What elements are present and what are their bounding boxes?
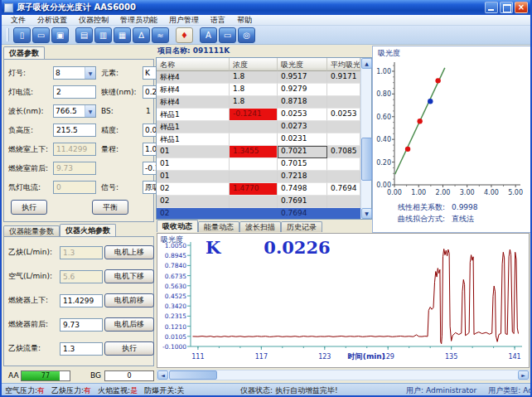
dynamics-horizontal-scrollbar[interactable]: ◄ ► — [157, 370, 530, 380]
acetylene-setting-field[interactable]: 1.3 — [60, 342, 103, 356]
toolbar: ▯▭▣▤▥▦∆≈♦A▭◎ — [2, 26, 530, 45]
dynamics-chart: 吸光度 K 0.0226 1.00500.89450.78400.67350.5… — [157, 233, 530, 368]
app-icon — [4, 3, 13, 12]
right-area: 项目名称: 091111K 名称浓度吸光度平均吸光度标样41.80.95170.… — [155, 46, 530, 383]
cell-name: 标样4 — [157, 84, 230, 96]
results-table: 名称浓度吸光度平均吸光度标样41.80.95170.9171标样41.80.92… — [156, 57, 372, 220]
aa-label: AA — [8, 371, 21, 380]
ignite-flame-button[interactable]: ♦ — [176, 27, 193, 43]
wavelength-peak-button[interactable]: ∆ — [133, 27, 150, 43]
cell-concentration — [230, 133, 278, 146]
svg-text:0.00: 0.00 — [376, 182, 391, 189]
tab-flame-1[interactable]: 仪器火焰参数 — [60, 224, 116, 236]
table-row[interactable]: 样品10.0273 — [157, 121, 360, 133]
project-title: 项目名称: 091111K — [155, 46, 372, 57]
motor-down-button[interactable]: 电机下移 — [104, 269, 154, 283]
signal-mode-label: 信号: — [99, 182, 143, 193]
tab-dynamics-3[interactable]: 历史记录 — [281, 221, 322, 232]
status-flag-3: 防爆开关:关 — [144, 385, 184, 396]
range-label: 量程: — [99, 144, 143, 155]
close-icon[interactable]: × — [515, 2, 528, 13]
hollow-lamp-button[interactable]: A — [200, 27, 217, 43]
tab-dynamics-1[interactable]: 能量动态 — [198, 221, 239, 232]
menu-item-3[interactable]: 管理员功能 — [114, 15, 163, 25]
table-row[interactable]: 020.7691 — [157, 196, 360, 208]
cell-absorbance: 0.7691 — [278, 196, 327, 208]
menu-bar: 文件分析设置仪器控制管理员功能用户管理语言帮助 — [2, 15, 530, 26]
menu-item-0[interactable]: 文件 — [5, 15, 31, 25]
open-file-button[interactable]: ▭ — [32, 27, 50, 43]
burner-frontback-field[interactable]: 9.73 — [60, 318, 103, 332]
save-button[interactable]: ▣ — [51, 27, 69, 43]
lamp-current-field[interactable]: 2 — [53, 85, 96, 99]
lamp-number-select[interactable]: 8▼ — [53, 66, 96, 80]
maximize-icon[interactable] — [500, 2, 513, 13]
tab-dynamics-0[interactable]: 吸收动态 — [157, 220, 198, 232]
cell-absorbance: 0.8718 — [278, 96, 327, 109]
burner-position-button[interactable]: ≈ — [152, 27, 169, 43]
burner-updown-field[interactable]: 11.4299 — [60, 294, 103, 307]
user-info: 用户: Administrator — [406, 385, 476, 396]
toolbar-grip[interactable] — [7, 28, 9, 41]
table-row[interactable]: 021.47700.74980.7694 — [157, 183, 360, 196]
scroll-left-icon[interactable]: ◄ — [157, 370, 168, 380]
table-row[interactable]: 010.7015 — [157, 158, 360, 171]
cell-avg-absorbance — [327, 171, 360, 183]
motor-forward-button[interactable]: 电机前移 — [104, 293, 154, 307]
tab-flame-0[interactable]: 仪器能量参数 — [3, 225, 60, 236]
svg-text:0.60: 0.60 — [376, 114, 391, 121]
scroll-up-icon[interactable]: ▲ — [361, 58, 372, 69]
table-vertical-scrollbar[interactable]: ▲ ▼ — [360, 58, 371, 219]
cell-absorbance: 0.0273 — [278, 121, 327, 133]
table-row[interactable]: 标样41.80.8718 — [157, 96, 360, 109]
acetylene-flow-label: 乙炔(L/min): — [7, 247, 60, 258]
menu-item-5[interactable]: 语言 — [205, 15, 231, 25]
negative-high-voltage-field[interactable]: 215.5 — [53, 123, 96, 137]
chevron-down-icon[interactable]: ▼ — [85, 67, 95, 79]
autosampler-button[interactable]: ▭ — [219, 27, 236, 43]
power-off-button[interactable]: ◎ — [238, 27, 255, 43]
tab-instrument-params[interactable]: 仪器参数 — [3, 46, 45, 59]
motor-back-button[interactable]: 电机后移 — [104, 317, 154, 332]
column-header-0[interactable]: 名称 — [157, 58, 230, 71]
svg-text:3.00: 3.00 — [460, 189, 475, 196]
table-row[interactable]: 样品1-0.12410.02530.0253 — [157, 109, 360, 121]
column-header-1[interactable]: 浓度 — [230, 58, 278, 71]
cell-avg-absorbance: 0.0253 — [327, 109, 360, 121]
menu-item-6[interactable]: 帮助 — [231, 15, 258, 25]
auto-gain-button[interactable]: ▥ — [94, 27, 112, 43]
scroll-right-icon[interactable]: ► — [518, 370, 529, 380]
wavelength-label: 波长(nm): — [7, 106, 53, 117]
execute-flame-button[interactable]: 执行 — [104, 341, 154, 356]
calibration-panel: 吸光度 0.001.002.003.004.005.000.000.200.40… — [372, 46, 531, 233]
motor-up-button[interactable]: 电机上移 — [104, 245, 154, 259]
table-row[interactable]: 标样41.80.9279 — [157, 84, 360, 96]
menu-item-4[interactable]: 用户管理 — [163, 15, 205, 25]
wavelength-select[interactable]: 766.5▼ — [53, 104, 96, 118]
table-row[interactable]: 标样41.80.95170.9171 — [157, 71, 360, 84]
hscroll-thumb[interactable] — [169, 370, 217, 380]
menu-item-1[interactable]: 分析设置 — [31, 15, 73, 25]
scroll-thumb[interactable] — [361, 138, 372, 181]
minimize-icon[interactable] — [485, 2, 498, 13]
chevron-down-icon[interactable]: ▼ — [85, 105, 95, 117]
svg-text:111: 111 — [191, 353, 204, 361]
baseline-zero-button[interactable]: ▦ — [114, 27, 131, 43]
calibration-ylabel: 吸光度 — [373, 46, 530, 57]
column-header-3[interactable]: 平均吸光度 — [327, 58, 360, 71]
new-file-button[interactable]: ▯ — [13, 27, 31, 43]
table-row[interactable]: 011.34550.70210.7085 — [157, 146, 360, 158]
standard-point — [417, 119, 422, 123]
balance-button[interactable]: 平衡 — [92, 200, 128, 215]
cell-avg-absorbance — [327, 158, 360, 171]
tab-dynamics-2[interactable]: 波长扫描 — [239, 221, 281, 232]
column-header-2[interactable]: 吸光度 — [278, 58, 327, 71]
table-row[interactable]: 020.7694 — [157, 208, 360, 219]
scroll-down-icon[interactable]: ▼ — [361, 208, 372, 219]
burner-vertical-field: 11.4299 — [53, 143, 96, 156]
table-row[interactable]: 样品10.0231 — [157, 133, 360, 146]
menu-item-2[interactable]: 仪器控制 — [73, 15, 114, 25]
lamp-energy-button[interactable]: ▤ — [75, 27, 93, 43]
table-row[interactable]: 010.7218 — [157, 171, 360, 183]
execute-params-button[interactable]: 执行 — [11, 200, 47, 215]
